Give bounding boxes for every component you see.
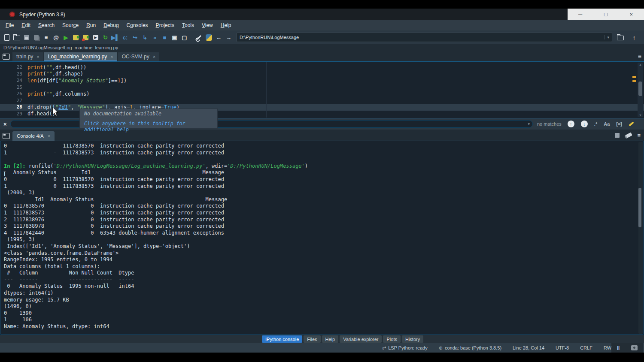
warning-marker [632, 80, 636, 82]
interrupt-kernel-button[interactable] [615, 133, 620, 138]
find-symbols-icon[interactable]: @ [52, 33, 60, 41]
chevron-down-icon[interactable]: ▾ [605, 35, 609, 39]
status-corner-panel: ‖ [611, 343, 643, 353]
menu-source[interactable]: Source [58, 20, 82, 30]
menu-consoles[interactable]: Consoles [123, 20, 152, 30]
pane-tab-help[interactable]: Help [322, 335, 339, 343]
encoding-status: UTF-8 [556, 345, 569, 350]
close-icon[interactable]: × [36, 54, 39, 59]
console-line: 3 1117838978 0 instruction cache parity … [4, 223, 644, 230]
pane-tab-plots[interactable]: Plots [383, 335, 400, 343]
pane-tab-variable-explorer[interactable]: Variable explorer [340, 335, 382, 343]
browse-tabs-icon[interactable] [3, 133, 10, 139]
code-line: 22print("",df.head()) [0, 64, 644, 71]
console-line: <class 'pandas.core.frame.DataFrame'> [4, 250, 644, 257]
menu-edit[interactable]: Edit [18, 20, 34, 30]
close-icon[interactable]: × [153, 54, 155, 59]
console-line: 1 1117838573 0 instruction cache parity … [4, 210, 644, 217]
console-scrollbar-thumb[interactable] [638, 188, 641, 227]
step-over-icon[interactable]: c: [122, 33, 129, 41]
menu-search[interactable]: Search [34, 20, 58, 30]
stop-debug-icon[interactable]: ■ [161, 33, 168, 41]
menu-help[interactable]: Help [217, 20, 235, 30]
code-line: 27 [0, 97, 644, 104]
text-cursor: I [3, 171, 6, 178]
close-icon[interactable]: × [48, 133, 50, 139]
tooltip-help-link[interactable]: Click anywhere in this tooltip for addit… [84, 121, 213, 133]
continue-execution-icon[interactable]: » [151, 33, 158, 41]
console-options-button[interactable]: ≡ [637, 132, 641, 139]
save-icon[interactable] [23, 33, 30, 41]
debug-file-icon[interactable]: ▶▌ [112, 33, 119, 41]
back-icon[interactable]: ← [215, 33, 222, 41]
preferences-wrench-icon[interactable] [195, 33, 203, 41]
maximize-button[interactable]: □ [599, 11, 612, 18]
parent-directory-icon[interactable]: ↑ [630, 33, 638, 41]
close-button[interactable]: × [625, 11, 638, 18]
console-tab-label: Console 4/A [17, 133, 44, 139]
python-env-icon[interactable] [205, 33, 213, 41]
pause-icon[interactable]: ‖ [617, 345, 620, 351]
save-all-icon[interactable] [33, 33, 40, 41]
console-scrollbar[interactable] [638, 142, 643, 334]
tab-log_machine_learning.py[interactable]: Log_machine_learning.py× [44, 52, 117, 61]
pane-tab-ipython-console[interactable]: IPython console [262, 335, 302, 343]
maximize-pane-icon[interactable]: ▣ [171, 33, 178, 41]
run-cell-advance-icon[interactable] [82, 33, 89, 41]
rerun-cell-icon[interactable]: ↻ [102, 33, 109, 41]
spyder-logo-icon [9, 12, 15, 17]
close-find-icon[interactable]: × [3, 121, 10, 127]
menu-tools[interactable]: Tools [178, 20, 198, 30]
pane-tab-files[interactable]: Files [304, 335, 320, 343]
permissions-status: RW [604, 345, 611, 350]
menu-run[interactable]: Run [82, 20, 100, 30]
minimize-button[interactable]: ─ [574, 11, 587, 18]
working-directory-value: D:\PythonRUN\LogMessage [240, 35, 299, 40]
whole-words-toggle[interactable]: [=] [616, 121, 622, 127]
step-out-icon[interactable]: ↳ [141, 33, 149, 41]
documentation-tooltip[interactable]: No documentation available Click anywher… [79, 109, 218, 129]
menu-projects[interactable]: Projects [152, 20, 178, 30]
file-switcher-icon[interactable]: ≡ [43, 33, 50, 41]
line-number: 24 [0, 78, 27, 83]
code-text: print("",df.shape) [27, 71, 83, 77]
open-file-icon[interactable] [13, 33, 20, 41]
new-file-icon[interactable] [3, 33, 10, 41]
forward-icon[interactable]: → [225, 33, 232, 41]
console-line: memory usage: 15.7 KB [4, 297, 644, 304]
find-next-button[interactable]: ↓ [581, 121, 588, 127]
editor-scrollbar-thumb[interactable] [638, 81, 642, 96]
chevron-down-icon[interactable]: ▾ [528, 122, 530, 126]
fullscreen-icon[interactable]: ▢ [181, 33, 188, 41]
regex-toggle[interactable]: .* [594, 121, 597, 127]
tab-oc-svm.py[interactable]: OC-SVM.py× [118, 52, 159, 61]
browse-tabs-icon[interactable] [3, 54, 10, 60]
working-directory-input[interactable]: D:\PythonRUN\LogMessage ▾ [237, 33, 612, 42]
conda-env-status[interactable]: ⊕ conda: base (Python 3.8.5) [439, 345, 501, 351]
console-tab[interactable]: Console 4/A × [12, 131, 55, 141]
inline-plot-icon[interactable] [631, 345, 638, 350]
step-into-icon[interactable]: ↪ [131, 33, 139, 41]
tab-train.py[interactable]: train.py× [12, 52, 43, 61]
menu-file[interactable]: File [2, 20, 18, 30]
lsp-status: ⇄ LSP Python: ready [382, 345, 428, 351]
clear-console-button[interactable] [625, 134, 632, 137]
code-line: 23print("",df.shape) [0, 71, 644, 78]
highlight-matches-toggle[interactable] [629, 123, 634, 125]
menu-view[interactable]: View [198, 20, 217, 30]
find-previous-button[interactable]: ↑ [568, 121, 574, 127]
eol-status: CRLF [580, 345, 592, 350]
run-selection-icon[interactable]: ▶ [92, 33, 99, 41]
pane-tab-history[interactable]: History [402, 335, 423, 343]
code-text: len(df[df["Anomaly Status"]==1]) [27, 78, 127, 84]
close-icon[interactable]: × [110, 54, 113, 59]
menu-debug[interactable]: Debug [100, 20, 122, 30]
browse-directory-icon[interactable] [617, 33, 624, 41]
line-number: 22 [0, 64, 27, 70]
run-file-icon[interactable]: ▶ [62, 33, 70, 41]
case-sensitive-toggle[interactable]: Aa [604, 121, 610, 127]
run-cell-icon[interactable] [72, 33, 79, 41]
editor-options-icon[interactable]: ≡ [638, 53, 641, 60]
editor-scrollbar[interactable]: ▲ ▼ [638, 63, 643, 117]
ipython-console-output[interactable]: 0 - 1117838570 instruction cache parity … [0, 141, 644, 335]
